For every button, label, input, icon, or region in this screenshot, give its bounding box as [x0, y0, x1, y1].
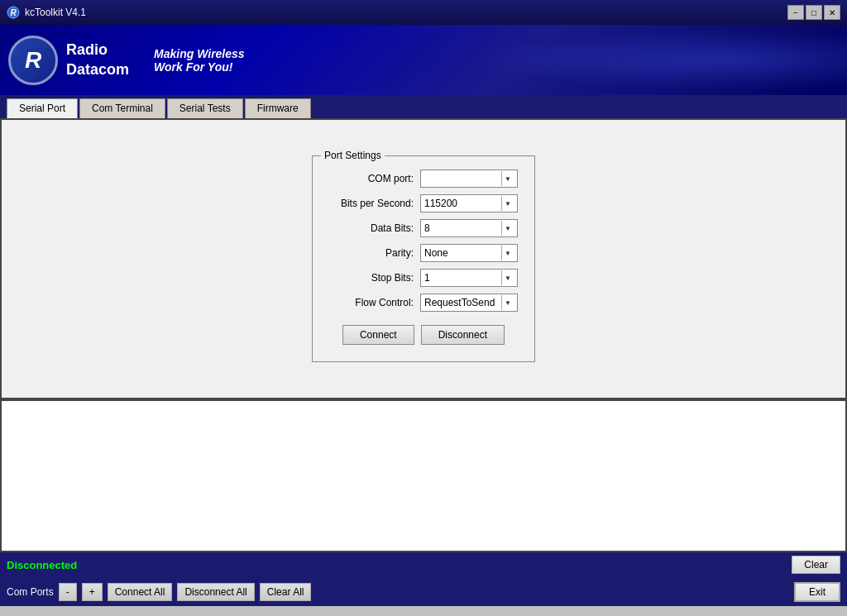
plus-button[interactable]: + [82, 583, 103, 601]
tab-serial-tests[interactable]: Serial Tests [167, 98, 243, 118]
main-content-area: Port Settings COM port: ▼ Bits per Secon… [0, 118, 847, 399]
header-banner: R Radio Datacom Making Wireless Work For… [0, 25, 847, 95]
stop-bits-arrow: ▼ [501, 270, 514, 285]
svg-text:R: R [10, 8, 17, 17]
stop-bits-label: Stop Bits: [329, 272, 420, 284]
com-ports-label: Com Ports [7, 586, 54, 598]
app-icon: R [7, 6, 20, 19]
data-bits-label: Data Bits: [329, 222, 420, 234]
flow-control-row: Flow Control: RequestToSend ▼ [329, 294, 518, 312]
disconnect-button[interactable]: Disconnect [421, 325, 505, 345]
parity-row: Parity: None ▼ [329, 244, 518, 262]
data-bits-arrow: ▼ [501, 221, 514, 236]
flow-control-select[interactable]: RequestToSend ▼ [420, 294, 518, 312]
bits-per-second-value: 115200 [424, 198, 501, 209]
com-port-select[interactable]: ▼ [420, 170, 518, 188]
log-area [0, 399, 847, 552]
port-settings-group: Port Settings COM port: ▼ Bits per Secon… [312, 155, 535, 362]
flow-control-label: Flow Control: [329, 297, 420, 308]
exit-button[interactable]: Exit [794, 582, 840, 602]
tab-serial-port[interactable]: Serial Port [7, 98, 78, 118]
com-port-arrow: ▼ [501, 171, 514, 186]
minus-button[interactable]: - [59, 583, 77, 601]
stop-bits-row: Stop Bits: 1 ▼ [329, 269, 518, 287]
logo-circle: R [8, 36, 58, 85]
toolbar-left: Com Ports - + Connect All Disconnect All… [7, 583, 311, 601]
connect-all-button[interactable]: Connect All [108, 583, 173, 601]
data-bits-row: Data Bits: 8 ▼ [329, 219, 518, 237]
clear-button[interactable]: Clear [792, 556, 840, 574]
com-port-label: COM port: [329, 173, 420, 184]
bits-per-second-row: Bits per Second: 115200 ▼ [329, 194, 518, 212]
company-tagline: Making Wireless Work For You! [154, 47, 245, 74]
bottom-toolbar: Com Ports - + Connect All Disconnect All… [0, 577, 847, 606]
title-bar: R kcToolkit V4.1 − □ ✕ [0, 0, 847, 25]
status-bar: Disconnected Clear [0, 552, 847, 577]
data-bits-value: 8 [424, 222, 501, 234]
parity-value: None [424, 247, 501, 259]
bits-per-second-label: Bits per Second: [329, 198, 420, 209]
data-bits-select[interactable]: 8 ▼ [420, 219, 518, 237]
stop-bits-select[interactable]: 1 ▼ [420, 269, 518, 287]
parity-label: Parity: [329, 247, 420, 259]
maximize-button[interactable]: □ [806, 5, 822, 20]
status-text: Disconnected [7, 559, 77, 571]
port-settings-legend: Port Settings [321, 150, 385, 161]
parity-select[interactable]: None ▼ [420, 244, 518, 262]
clear-all-button[interactable]: Clear All [260, 583, 312, 601]
header-background [433, 25, 847, 95]
bits-per-second-arrow: ▼ [501, 196, 514, 211]
flow-control-value: RequestToSend [424, 297, 501, 308]
tab-firmware[interactable]: Firmware [245, 98, 311, 118]
minimize-button[interactable]: − [787, 5, 804, 20]
tabs-bar: Serial Port Com Terminal Serial Tests Fi… [0, 95, 847, 118]
com-port-row: COM port: ▼ [329, 170, 518, 188]
window-controls: − □ ✕ [787, 5, 840, 20]
stop-bits-value: 1 [424, 272, 501, 284]
connection-buttons: Connect Disconnect [329, 325, 518, 345]
flow-control-arrow: ▼ [501, 295, 514, 310]
close-button[interactable]: ✕ [824, 5, 840, 20]
company-name: Radio Datacom [66, 41, 129, 79]
window-title: kcToolkit V4.1 [25, 7, 86, 18]
company-logo: R Radio Datacom [8, 36, 129, 85]
parity-arrow: ▼ [501, 246, 514, 260]
connect-button[interactable]: Connect [342, 325, 414, 345]
tab-com-terminal[interactable]: Com Terminal [79, 98, 165, 118]
bits-per-second-select[interactable]: 115200 ▼ [420, 194, 518, 212]
disconnect-all-button[interactable]: Disconnect All [177, 583, 254, 601]
